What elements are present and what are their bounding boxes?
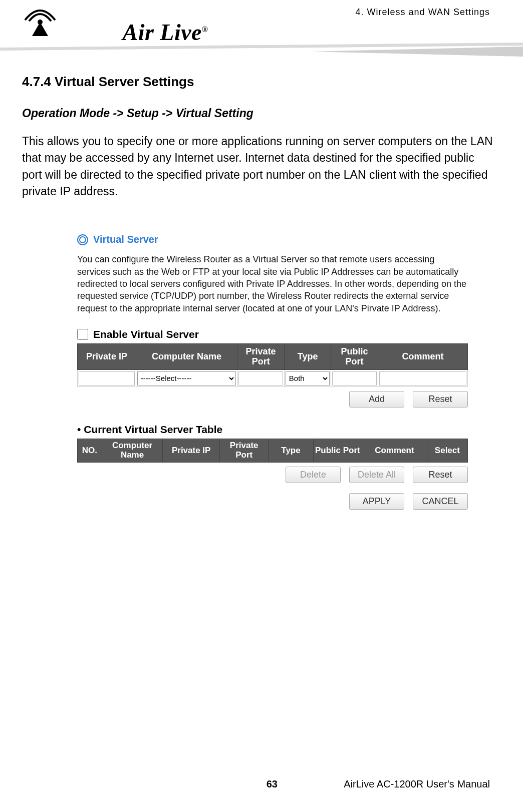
type-select[interactable]: Both (286, 371, 330, 385)
manual-title: AirLive AC-1200R User's Manual (344, 778, 490, 790)
cancel-button[interactable]: CANCEL (413, 493, 468, 510)
cur-col-select: Select (427, 439, 467, 462)
current-button-row: Delete Delete All Reset (77, 467, 468, 483)
col-private-ip: Private IP (78, 343, 136, 370)
cur-col-computer-name: Computer Name (102, 439, 163, 462)
intro-paragraph: This allows you to specify one or more a… (22, 133, 493, 200)
panel-description: You can configure the Wireless Router as… (77, 253, 468, 314)
page-footer: 63 AirLive AC-1200R User's Manual (0, 778, 523, 790)
col-computer-name: Computer Name (136, 343, 237, 370)
col-public-port: Public Port (331, 343, 378, 370)
delete-all-button[interactable]: Delete All (349, 467, 404, 483)
brand-logo: Air Live® (15, 5, 208, 46)
final-button-row: APPLY CANCEL (77, 493, 468, 510)
breadcrumb: Operation Mode -> Setup -> Virtual Setti… (22, 107, 493, 120)
header-divider-swoosh (0, 43, 523, 58)
panel-header: Virtual Server (77, 234, 468, 245)
enable-virtual-server-checkbox[interactable] (77, 329, 88, 340)
page-number: 63 (267, 778, 278, 790)
chapter-label: 4. Wireless and WAN Settings (356, 7, 490, 18)
virtual-server-panel: Virtual Server You can configure the Wir… (77, 234, 468, 509)
registered-mark: ® (202, 25, 208, 34)
input-header-row: Private IP Computer Name Private Port Ty… (78, 343, 468, 370)
section-title: 4.7.4 Virtual Server Settings (22, 74, 493, 90)
page-header: 4. Wireless and WAN Settings Air Live® (0, 0, 523, 60)
target-icon (77, 234, 88, 245)
current-table: NO. Computer Name Private IP Private Por… (77, 439, 468, 462)
private-port-input[interactable] (238, 371, 283, 385)
cur-col-type: Type (269, 439, 313, 462)
reset-current-button[interactable]: Reset (413, 467, 468, 483)
current-table-label: Current Virtual Server Table (77, 424, 468, 436)
comment-input[interactable] (379, 371, 466, 385)
col-comment: Comment (378, 343, 467, 370)
panel-title: Virtual Server (93, 234, 158, 245)
brand-text: Air Live® (122, 20, 208, 45)
col-private-port: Private Port (237, 343, 284, 370)
cur-col-no: NO. (78, 439, 102, 462)
cur-col-public-port: Public Port (313, 439, 362, 462)
input-table: Private IP Computer Name Private Port Ty… (77, 343, 468, 387)
add-button[interactable]: Add (349, 391, 404, 408)
public-port-input[interactable] (332, 371, 376, 385)
antenna-icon (15, 5, 120, 40)
current-header-row: NO. Computer Name Private IP Private Por… (78, 439, 468, 462)
input-button-row: Add Reset (77, 391, 468, 408)
private-ip-input[interactable] (79, 371, 135, 385)
delete-button[interactable]: Delete (286, 467, 341, 483)
input-row: ------Select------ Both (78, 370, 468, 387)
enable-virtual-server-row[interactable]: Enable Virtual Server (77, 328, 468, 340)
cur-col-private-ip: Private IP (163, 439, 220, 462)
apply-button[interactable]: APPLY (349, 493, 404, 510)
cur-col-private-port: Private Port (219, 439, 268, 462)
cur-col-comment: Comment (362, 439, 427, 462)
page-body: 4.7.4 Virtual Server Settings Operation … (0, 60, 523, 510)
col-type: Type (284, 343, 331, 370)
computer-name-select[interactable]: ------Select------ (137, 371, 236, 385)
enable-virtual-server-label: Enable Virtual Server (93, 328, 199, 340)
reset-input-button[interactable]: Reset (413, 391, 468, 408)
